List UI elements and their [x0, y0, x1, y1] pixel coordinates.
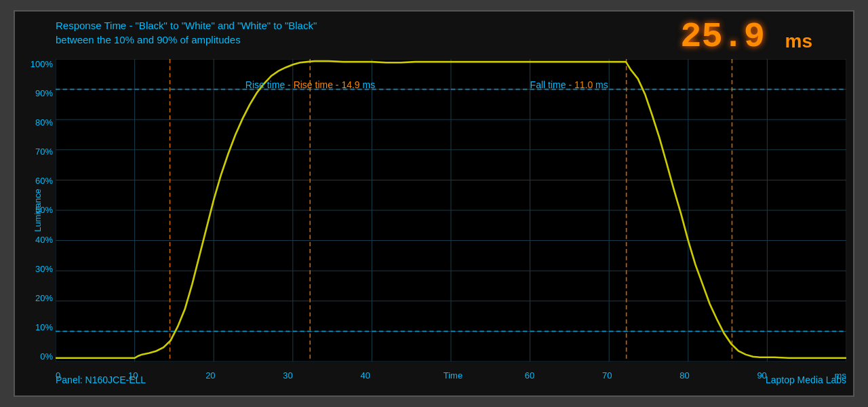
chart-plot-area: 100% 90% 80% 70% 60% 50% 40% 30% 20% 10%… [56, 59, 846, 362]
x-axis-ticks: 0 10 20 30 40 Time 60 70 80 90 ms [56, 370, 846, 381]
y-label-60: 60% [20, 176, 53, 186]
y-label-100: 100% [20, 59, 53, 69]
y-label-90: 90% [20, 88, 53, 98]
x-tick-70: 70 [602, 370, 612, 381]
chart-title: Response Time - "Black" to "White" and "… [56, 18, 317, 47]
chart-svg [56, 59, 846, 362]
y-label-40: 40% [20, 235, 53, 245]
y-label-80: 80% [20, 117, 53, 128]
x-tick-80: 80 [679, 370, 689, 381]
response-time-unit: ms [785, 31, 812, 52]
rise-time-label: Rise time - Rise time - 14.9 ms [245, 79, 375, 90]
chart-container: Response Time - "Black" to "White" and "… [14, 10, 854, 397]
y-label-10: 10% [20, 322, 53, 332]
fall-time-label: Fall time - 11.0 ms [530, 79, 608, 90]
y-label-70: 70% [20, 147, 53, 157]
y-label-0: 0% [20, 351, 53, 362]
x-tick-20: 20 [205, 370, 215, 381]
x-tick-30: 30 [283, 370, 292, 381]
response-time-value: 25.9 [680, 17, 765, 57]
y-label-30: 30% [20, 264, 53, 274]
luminance-axis-label: Luminance [33, 189, 43, 232]
y-label-20: 20% [20, 293, 53, 303]
x-tick-time-label: Time [443, 370, 462, 381]
panel-label: Panel: N160JCE-ELL [56, 374, 146, 385]
x-tick-60: 60 [525, 370, 534, 381]
media-labs-label: Laptop Media Labs [766, 374, 846, 385]
x-tick-40: 40 [361, 370, 370, 381]
